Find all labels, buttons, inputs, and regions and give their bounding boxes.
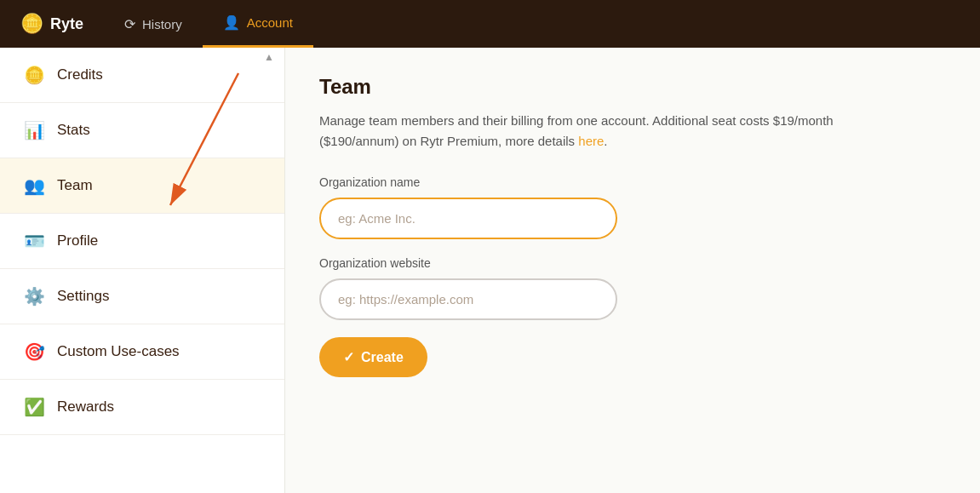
nav-history-label: History bbox=[142, 17, 182, 32]
desc-text-end: . bbox=[604, 134, 607, 148]
sidebar-rewards-label: Rewards bbox=[57, 398, 114, 416]
logo-icon: 🪙 bbox=[20, 13, 43, 35]
sidebar-stats-label: Stats bbox=[57, 122, 90, 139]
org-name-label: Organization name bbox=[319, 175, 946, 189]
profile-icon: 🪪 bbox=[24, 231, 45, 251]
sidebar-item-settings[interactable]: ⚙️ Settings bbox=[0, 269, 284, 324]
sidebar-credits-label: Credits bbox=[57, 66, 103, 83]
top-nav: 🪙 Ryte ⟳ History 👤 Account bbox=[0, 0, 980, 48]
desc-text-part1: Manage team members and their billing fr… bbox=[319, 113, 834, 148]
here-link[interactable]: here bbox=[578, 134, 604, 148]
page-layout: ▲ 🪙 Credits 📊 Stats 👥 Team 🪪 Profile bbox=[0, 48, 980, 493]
team-icon: 👥 bbox=[24, 175, 45, 196]
create-button-label: Create bbox=[361, 350, 404, 365]
account-icon: 👤 bbox=[223, 14, 240, 31]
sidebar-item-credits[interactable]: 🪙 Credits bbox=[0, 48, 284, 103]
sidebar-item-profile[interactable]: 🪪 Profile bbox=[0, 214, 284, 269]
sidebar-custom-label: Custom Use-cases bbox=[57, 343, 180, 360]
sidebar: ▲ 🪙 Credits 📊 Stats 👥 Team 🪪 Profile bbox=[0, 48, 285, 493]
sidebar-item-rewards[interactable]: ✅ Rewards bbox=[0, 380, 284, 435]
sidebar-item-team[interactable]: 👥 Team bbox=[0, 158, 284, 214]
org-website-group: Organization website bbox=[319, 256, 946, 320]
custom-use-cases-icon: 🎯 bbox=[24, 341, 45, 362]
sidebar-team-label: Team bbox=[57, 177, 93, 194]
sidebar-item-stats[interactable]: 📊 Stats bbox=[0, 103, 284, 158]
nav-account-label: Account bbox=[247, 15, 293, 30]
org-website-input[interactable] bbox=[319, 278, 617, 320]
page-title: Team bbox=[319, 75, 946, 99]
org-name-input[interactable] bbox=[319, 198, 617, 239]
main-content: Team Manage team members and their billi… bbox=[285, 48, 980, 493]
create-button[interactable]: ✓ Create bbox=[319, 337, 427, 377]
check-icon: ✓ bbox=[343, 349, 354, 365]
section-description: Manage team members and their billing fr… bbox=[319, 111, 898, 152]
nav-account[interactable]: 👤 Account bbox=[203, 0, 313, 48]
sidebar-profile-label: Profile bbox=[57, 232, 98, 249]
org-name-group: Organization name bbox=[319, 175, 946, 239]
app-name: Ryte bbox=[50, 15, 83, 33]
app-logo[interactable]: 🪙 Ryte bbox=[0, 13, 104, 35]
credits-icon: 🪙 bbox=[24, 65, 45, 85]
rewards-icon: ✅ bbox=[24, 397, 45, 417]
history-icon: ⟳ bbox=[124, 16, 135, 32]
sidebar-item-custom-use-cases[interactable]: 🎯 Custom Use-cases bbox=[0, 324, 284, 380]
org-website-label: Organization website bbox=[319, 256, 946, 270]
sidebar-settings-label: Settings bbox=[57, 288, 109, 305]
nav-history[interactable]: ⟳ History bbox=[104, 0, 203, 48]
scroll-up-indicator[interactable]: ▲ bbox=[261, 48, 278, 66]
settings-icon: ⚙️ bbox=[24, 286, 45, 307]
stats-icon: 📊 bbox=[24, 120, 45, 140]
